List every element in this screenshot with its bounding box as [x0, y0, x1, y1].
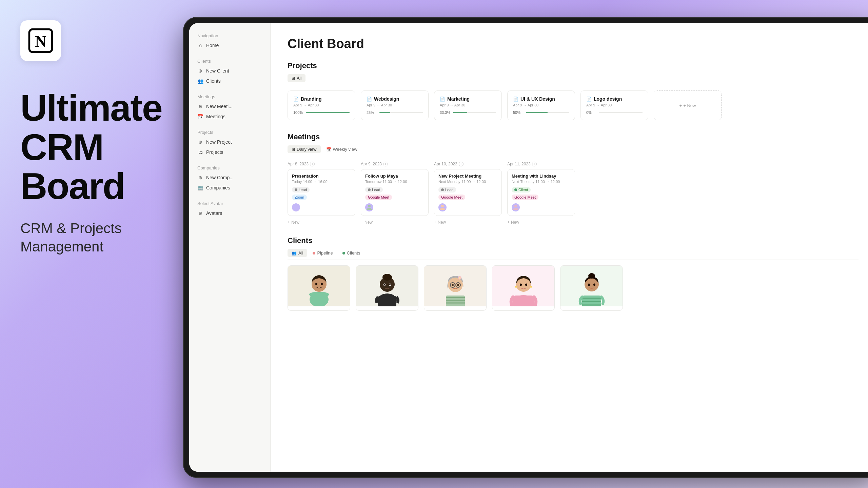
grid-icon: ⊞	[292, 76, 295, 81]
sidebar-clients-section: Clients ⊕ New Client 👥 Clients	[195, 59, 265, 86]
svg-point-6	[514, 205, 517, 207]
meeting-column-apr8: Apr 8, 2023 i Presentation Today 14:00 →…	[288, 162, 355, 226]
sidebar-item-new-company[interactable]: ⊕ New Comp...	[195, 172, 265, 183]
weekly-view-label: Weekly view	[333, 147, 357, 152]
sidebar: Navigation ⌂ Home Clients ⊕ New Client 👥	[189, 23, 271, 472]
new-meeting-label: New Meeti...	[206, 104, 233, 109]
tab-projects-all[interactable]: ⊞ All	[288, 74, 305, 82]
main-content: Client Board Projects ⊞ All	[271, 23, 868, 472]
svg-point-9	[315, 283, 317, 285]
add-new-btn-apr8[interactable]: + New	[288, 219, 355, 226]
plus-icon-apr8: +	[288, 220, 290, 225]
project-branding-date: Apr 9 → Apr 30	[293, 103, 350, 107]
tab-clients-all[interactable]: 👥 All	[288, 249, 307, 257]
meeting-date-apr11: Apr 11, 2023 i	[507, 162, 575, 166]
people-icon: 👥	[197, 78, 203, 84]
sidebar-item-new-meeting[interactable]: ⊕ New Meeti...	[195, 101, 265, 111]
info-icon-apr9: i	[383, 162, 388, 166]
doc-icon-mkt: 📄	[440, 97, 445, 102]
progress-fill-branding	[306, 112, 350, 113]
svg-point-16	[384, 284, 385, 286]
sidebar-item-companies[interactable]: 🏢 Companies	[195, 183, 265, 193]
client-avatar-area-1	[288, 266, 350, 306]
meeting-card-lindsay[interactable]: Meeting with Lindsay Next Tuesday 11:00 …	[507, 169, 575, 216]
client-avatar-area-4	[492, 266, 554, 306]
tab-daily-view[interactable]: ⊞ Daily view	[288, 145, 321, 153]
meeting-avatar-pres	[292, 203, 300, 211]
doc-icon: 📄	[293, 97, 299, 102]
progress-bg-webdesign	[379, 112, 423, 113]
sidebar-companies-section: Companies ⊕ New Comp... 🏢 Companies	[195, 165, 265, 193]
progress-label-logo: 0%	[586, 110, 596, 115]
tab-pipeline[interactable]: Pipeline	[309, 249, 337, 257]
client-card-3[interactable]	[424, 265, 487, 311]
progress-bg-branding	[306, 112, 350, 113]
client-avatar-svg-5	[576, 269, 607, 306]
project-webdesign-progress: 25%	[367, 110, 423, 115]
project-card-webdesign[interactable]: 📄 Webdesign Apr 9 → Apr 30 25%	[361, 90, 429, 120]
hero-title: Ultimate CRM Board	[20, 88, 176, 206]
svg-point-45	[593, 284, 595, 286]
project-marketing-title: 📄 Marketing	[440, 96, 496, 102]
dot-icon-3	[441, 188, 444, 191]
new-client-label: New Client	[206, 68, 229, 74]
sidebar-item-home[interactable]: ⌂ Home	[195, 40, 265, 50]
sidebar-item-avatars[interactable]: ⊕ Avatars	[195, 208, 265, 218]
sidebar-item-new-client[interactable]: ⊕ New Client	[195, 66, 265, 76]
project-card-uiux[interactable]: 📄 UI & UX Design Apr 9 → Apr 30 50%	[507, 90, 575, 120]
project-card-marketing[interactable]: 📄 Marketing Apr 9 → Apr 30 33.3%	[434, 90, 502, 120]
client-card-4[interactable]	[492, 265, 555, 311]
left-panel: N Ultimate CRM Board CRM & Projects Mana…	[0, 0, 197, 488]
add-new-btn-apr9[interactable]: + New	[361, 219, 429, 226]
meeting-title-followup: Follow up Maya	[365, 174, 424, 179]
svg-point-44	[588, 284, 590, 286]
project-webdesign-title: 📄 Webdesign	[367, 96, 423, 102]
project-marketing-date: Apr 9 → Apr 30	[440, 103, 496, 107]
projects-section-header: Projects	[288, 61, 859, 70]
meeting-time-presentation: Today 14:00 → 16:00	[292, 180, 351, 184]
meetings-grid: Apr 8, 2023 i Presentation Today 14:00 →…	[288, 162, 859, 226]
tab-clients-only[interactable]: Clients	[338, 249, 364, 257]
new-text-apr10: New	[438, 220, 446, 225]
sidebar-item-clients[interactable]: 👥 Clients	[195, 76, 265, 86]
sidebar-meetings-section: Meetings ⊕ New Meeti... 📅 Meetings	[195, 94, 265, 122]
meeting-tag-gmeet-lindsay: Google Meet	[512, 195, 538, 200]
meeting-column-apr9: Apr 9, 2023 i Follow up Maya Tomorrow 11…	[361, 162, 429, 226]
new-text-apr8: New	[291, 220, 299, 225]
sidebar-avatar-section: Select Avatar ⊕ Avatars	[195, 201, 265, 218]
meeting-card-newproject[interactable]: New Project Meeting Next Monday 11:00 → …	[434, 169, 502, 216]
info-icon-apr10: i	[459, 162, 463, 166]
meeting-tag-gmeet-followup: Google Meet	[365, 195, 392, 200]
meeting-avatar-followup	[365, 203, 373, 211]
avatars-label: Avatars	[206, 210, 222, 216]
sidebar-item-new-project[interactable]: ⊕ New Project	[195, 137, 265, 147]
project-uiux-title: 📄 UI & UX Design	[513, 96, 569, 102]
sidebar-item-projects[interactable]: 🗂 Projects	[195, 147, 265, 157]
svg-point-28	[457, 284, 459, 286]
tab-all-label: All	[297, 76, 301, 81]
project-card-branding[interactable]: 📄 Branding Apr 9 → Apr 30 100%	[288, 90, 355, 120]
client-card-5[interactable]	[560, 265, 623, 311]
client-card-1[interactable]	[288, 265, 350, 311]
meeting-card-followup[interactable]: Follow up Maya Tomorrow 11:00 → 12:00 Le…	[361, 169, 429, 216]
add-new-btn-apr10[interactable]: + New	[434, 219, 502, 226]
new-project-card[interactable]: + + New	[654, 90, 722, 120]
tab-weekly-view[interactable]: 📅 Weekly view	[322, 145, 361, 153]
progress-fill-marketing	[453, 112, 467, 113]
plus-icon-apr9: +	[361, 220, 363, 225]
svg-point-27	[452, 284, 454, 286]
meetings-section: Meetings ⊞ Daily view 📅 Weekly view	[288, 133, 859, 226]
dot-icon-4	[514, 188, 517, 191]
meeting-title-presentation: Presentation	[292, 174, 351, 179]
add-new-btn-apr11[interactable]: + New	[507, 219, 575, 226]
meeting-card-presentation[interactable]: Presentation Today 14:00 → 16:00 Lead Zo…	[288, 169, 355, 216]
plus-circle-icon: ⊕	[197, 68, 203, 74]
svg-point-10	[321, 283, 323, 285]
pipeline-label: Pipeline	[317, 250, 333, 256]
svg-point-30	[459, 277, 460, 279]
meetings-section-title: Meetings	[195, 94, 265, 99]
meeting-tag-zoom: Zoom	[292, 195, 307, 200]
client-card-2[interactable]	[356, 265, 418, 311]
sidebar-item-meetings[interactable]: 📅 Meetings	[195, 111, 265, 122]
project-card-logo[interactable]: 📄 Logo design Apr 9 → Apr 30 0%	[580, 90, 648, 120]
